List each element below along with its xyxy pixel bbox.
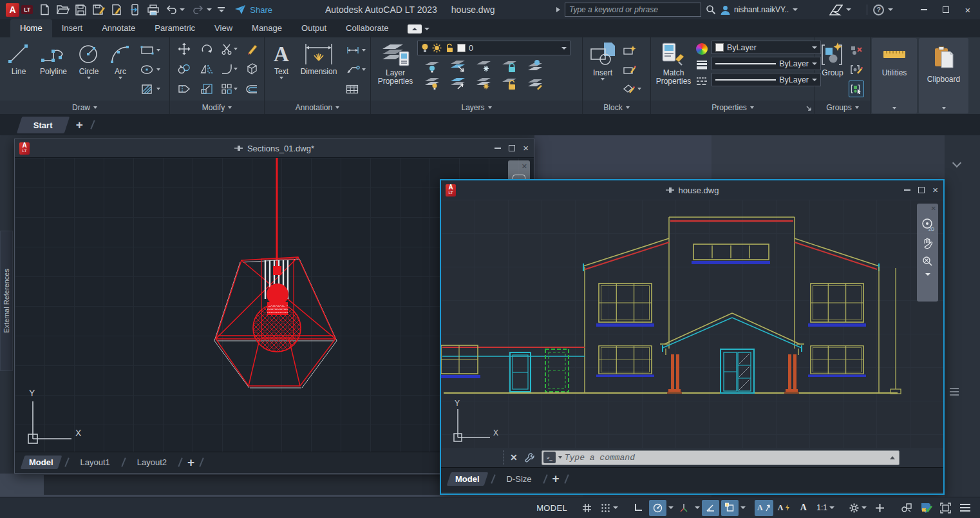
edit-block-button[interactable] bbox=[621, 61, 643, 78]
app-button[interactable]: A LT bbox=[3, 3, 35, 17]
ribbon-collapse-button[interactable] bbox=[408, 24, 429, 34]
sections-navbar-close-icon[interactable]: ✕ bbox=[522, 162, 527, 171]
panel-clipboard[interactable]: Clipboard bbox=[919, 38, 968, 113]
text-dropdown-icon[interactable] bbox=[279, 77, 283, 79]
command-input[interactable] bbox=[565, 453, 887, 463]
ungroup-button[interactable] bbox=[849, 42, 864, 59]
house-canvas[interactable]: ✕ 2D Y X bbox=[441, 200, 943, 448]
user-menu[interactable]: nishant.naikVY... bbox=[720, 0, 798, 19]
collapsed-panel-icon[interactable] bbox=[950, 388, 959, 396]
house-navbar[interactable]: ✕ 2D bbox=[917, 204, 938, 302]
circle-dropdown-icon[interactable] bbox=[87, 77, 91, 79]
house-maximize-button[interactable] bbox=[918, 187, 925, 193]
polyline-button[interactable]: Polyline bbox=[35, 39, 72, 76]
layer-unisolate-button[interactable] bbox=[449, 76, 466, 90]
object-snap-tracking-button[interactable] bbox=[702, 500, 719, 516]
circle-button[interactable]: Circle bbox=[72, 39, 106, 79]
scale-button[interactable] bbox=[200, 83, 213, 95]
tab-output[interactable]: Output bbox=[292, 19, 336, 37]
model-space-toggle[interactable]: MODEL bbox=[527, 500, 576, 516]
command-expand-icon[interactable] bbox=[890, 456, 895, 459]
tab-collaborate[interactable]: Collaborate bbox=[336, 19, 399, 37]
osnap-dropdown-icon[interactable] bbox=[740, 506, 746, 509]
autodesk-menu[interactable] bbox=[829, 5, 851, 15]
house-minimize-button[interactable] bbox=[904, 189, 910, 191]
panel-label-annotation[interactable]: Annotation bbox=[265, 101, 370, 114]
help-menu[interactable]: ? bbox=[873, 5, 893, 15]
clipboard-dropdown-icon[interactable] bbox=[942, 107, 946, 110]
panel-label-properties[interactable]: Properties bbox=[651, 101, 815, 114]
customize-plus-button[interactable] bbox=[871, 500, 889, 516]
sections-minimize-button[interactable] bbox=[495, 148, 501, 149]
search-input[interactable] bbox=[569, 5, 697, 14]
search-icon[interactable] bbox=[706, 5, 716, 15]
annotation-visibility-button[interactable]: A bbox=[755, 500, 773, 516]
create-block-button[interactable] bbox=[621, 42, 643, 59]
open-from-mobile-icon[interactable] bbox=[126, 2, 144, 17]
redo-dropdown-icon[interactable] bbox=[207, 8, 212, 11]
layer-combo-dropdown-icon[interactable] bbox=[561, 47, 567, 50]
undo-dropdown-icon[interactable] bbox=[180, 8, 185, 11]
ortho-mode-button[interactable] bbox=[630, 500, 647, 516]
house-tab-model[interactable]: Model bbox=[447, 472, 488, 486]
layer-turn-all-on-button[interactable] bbox=[424, 76, 440, 90]
move-button[interactable] bbox=[178, 43, 191, 55]
help-icon[interactable]: ? bbox=[873, 5, 884, 15]
sections-maximize-button[interactable] bbox=[509, 145, 515, 151]
insert-dropdown-icon[interactable] bbox=[601, 78, 605, 81]
isodraft-dropdown-icon[interactable] bbox=[695, 506, 700, 509]
panel-utilities[interactable]: Utilities bbox=[872, 38, 917, 113]
sections-tab-model[interactable]: Model bbox=[21, 456, 62, 469]
redo-icon[interactable] bbox=[189, 2, 207, 17]
arc-dropdown-icon[interactable] bbox=[118, 77, 122, 79]
object-snap-button[interactable] bbox=[721, 500, 739, 516]
zoom-extents-icon[interactable] bbox=[921, 255, 934, 267]
dimension-button[interactable]: Dimension bbox=[296, 39, 342, 76]
command-history-icon[interactable] bbox=[558, 456, 562, 459]
new-file-icon[interactable] bbox=[36, 2, 53, 17]
panel-label-block[interactable]: Block bbox=[583, 101, 650, 114]
isodraft-button[interactable] bbox=[675, 500, 693, 516]
properties-launcher-icon[interactable] bbox=[806, 106, 812, 111]
linear-dimension-button[interactable] bbox=[344, 42, 367, 59]
layer-merge-button[interactable] bbox=[527, 76, 543, 90]
leader-button[interactable] bbox=[344, 61, 367, 78]
search-box[interactable] bbox=[565, 3, 701, 17]
pan-hand-icon[interactable] bbox=[921, 237, 934, 249]
layer-freeze-button[interactable] bbox=[475, 59, 492, 73]
share-button[interactable]: Share bbox=[234, 5, 272, 15]
linetype-combo[interactable]: ByLayer bbox=[711, 73, 821, 86]
match-properties-button[interactable]: Match Properties bbox=[654, 39, 693, 86]
save-icon[interactable] bbox=[72, 2, 90, 17]
panel-label-groups[interactable]: Groups bbox=[815, 101, 870, 114]
new-drawing-button[interactable]: + bbox=[76, 119, 83, 131]
layer-lock-button[interactable] bbox=[501, 59, 518, 73]
text-button[interactable]: A Text bbox=[267, 39, 296, 79]
lineweight-combo[interactable]: ByLayer bbox=[711, 57, 821, 70]
house-close-button[interactable]: × bbox=[932, 187, 938, 193]
layer-off-button[interactable] bbox=[424, 59, 440, 73]
rotate-button[interactable] bbox=[200, 43, 213, 55]
stretch-button[interactable] bbox=[178, 83, 191, 95]
collapse-chevron-icon[interactable] bbox=[952, 158, 961, 168]
explode-button[interactable] bbox=[245, 62, 258, 75]
panel-label-layers[interactable]: Layers bbox=[371, 101, 582, 114]
save-as-icon[interactable] bbox=[90, 2, 108, 17]
undo-icon[interactable] bbox=[162, 2, 180, 17]
save-to-web-icon[interactable] bbox=[108, 2, 126, 17]
array-button[interactable] bbox=[221, 83, 238, 95]
command-line[interactable]: >_ bbox=[542, 450, 900, 465]
utilities-dropdown-icon[interactable] bbox=[892, 107, 896, 110]
edit-attributes-button[interactable] bbox=[621, 81, 643, 97]
layer-unlock-button[interactable] bbox=[501, 76, 518, 90]
close-button[interactable]: × bbox=[959, 2, 976, 17]
open-file-icon[interactable] bbox=[54, 2, 71, 17]
annotation-autoscale-button[interactable]: A bbox=[775, 500, 793, 516]
panel-label-modify[interactable]: Modify bbox=[170, 101, 264, 114]
mirror-button[interactable] bbox=[200, 63, 213, 75]
hatch-button[interactable] bbox=[139, 81, 162, 97]
command-tools-wrench-icon[interactable] bbox=[524, 452, 535, 463]
house-tab-dsize[interactable]: D-Size bbox=[500, 472, 538, 486]
isolate-objects-button[interactable] bbox=[898, 500, 915, 516]
tab-view[interactable]: View bbox=[205, 19, 242, 37]
